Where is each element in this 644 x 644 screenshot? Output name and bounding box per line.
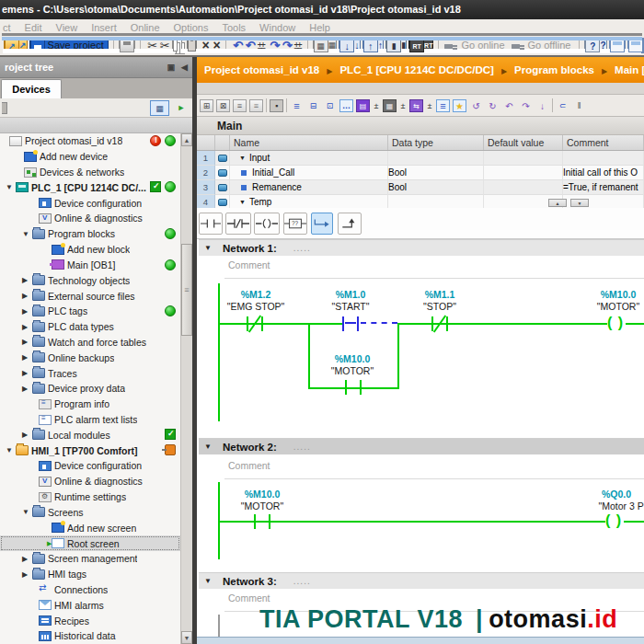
collapse-network-icon[interactable]: ▼ bbox=[204, 443, 223, 451]
collapse-networks-icon[interactable] bbox=[306, 99, 320, 112]
menu-item[interactable]: Window bbox=[259, 22, 295, 33]
row-name[interactable]: Input bbox=[249, 153, 270, 163]
column-comment[interactable]: Comment bbox=[563, 135, 644, 150]
block-calls-icon[interactable] bbox=[383, 99, 397, 112]
expander-icon[interactable]: ▶ bbox=[22, 276, 32, 284]
tree-item[interactable]: ▶ Online backups bbox=[0, 350, 180, 365]
tree-item[interactable]: ▼ PLC_1 [CPU 1214C DC/... bbox=[0, 179, 180, 195]
network-title-placeholder[interactable]: ..... bbox=[293, 442, 311, 452]
absolute-relative-icon[interactable] bbox=[409, 99, 423, 112]
editor-toolbar-icon[interactable] bbox=[286, 98, 287, 112]
collapse-network-icon[interactable]: ▼ bbox=[204, 244, 223, 252]
network-title-placeholder[interactable]: ..... bbox=[293, 243, 311, 253]
table-row[interactable]: 2 Initial_Call Bool Initial call of this… bbox=[197, 166, 644, 180]
network-2-header[interactable]: ▼ Network 2: ..... bbox=[199, 438, 644, 454]
row-name[interactable]: Initial_Call bbox=[252, 167, 294, 178]
expander-icon[interactable]: ▶ bbox=[22, 570, 32, 579]
insert-network-icon[interactable] bbox=[200, 99, 213, 112]
expander-icon[interactable]: ▶ bbox=[22, 292, 32, 300]
expand-networks-icon[interactable] bbox=[290, 99, 304, 112]
tree-item[interactable]: Runtime settings bbox=[0, 489, 180, 505]
menu-item[interactable]: Help bbox=[309, 22, 330, 33]
tree-item[interactable]: ▶ HMI tags bbox=[0, 567, 180, 582]
pin-panel-icon[interactable]: ▣ bbox=[167, 63, 176, 72]
tree-item[interactable]: Root screen bbox=[0, 535, 180, 551]
section-expander-icon[interactable]: ▼ bbox=[239, 155, 246, 161]
reset-start-values-icon[interactable] bbox=[270, 99, 283, 112]
editor-toolbar-icon[interactable] bbox=[552, 98, 553, 112]
section-expander-icon[interactable]: ▼ bbox=[239, 199, 246, 205]
operand-address[interactable]: %M1.2 bbox=[210, 289, 302, 300]
tree-item[interactable]: ▼ Program blocks bbox=[0, 226, 180, 242]
operand-name[interactable]: "MOTOR" bbox=[572, 301, 644, 312]
menu-item[interactable]: Insert bbox=[91, 22, 117, 33]
expander-icon[interactable]: ▶ bbox=[22, 385, 32, 393]
go-to-previous-icon[interactable] bbox=[469, 99, 483, 112]
expander-icon[interactable]: ▼ bbox=[6, 446, 16, 454]
go-to-next-icon[interactable] bbox=[486, 99, 500, 112]
tree-item[interactable]: ▼ HMI_1 [TP700 Comfort] bbox=[0, 443, 180, 458]
network-3-header[interactable]: ▼ Network 3: ..... bbox=[199, 572, 644, 589]
operand-name[interactable]: "START" bbox=[305, 301, 397, 312]
tree-item[interactable]: Add new screen bbox=[0, 520, 180, 535]
editor-toolbar-icon[interactable] bbox=[266, 98, 267, 112]
nc-contact-emg-stop[interactable] bbox=[247, 316, 263, 331]
breadcrumb-item[interactable]: Program blocks bbox=[494, 64, 594, 75]
status-overview-icon[interactable] bbox=[436, 99, 450, 112]
monitoring-icon[interactable] bbox=[556, 99, 569, 112]
expander-icon[interactable]: ▶ bbox=[22, 323, 32, 331]
no-contact-start[interactable] bbox=[342, 316, 359, 331]
operand-address[interactable]: %M10.0 bbox=[216, 489, 308, 500]
expander-icon[interactable]: ▶ bbox=[22, 431, 32, 439]
download-block-icon[interactable] bbox=[535, 99, 549, 112]
tree-item[interactable]: ▶ PLC tags bbox=[0, 304, 180, 319]
expander-icon[interactable]: ▶ bbox=[22, 307, 32, 316]
operand-address[interactable]: %M10.0 bbox=[306, 353, 398, 364]
operand-name[interactable]: "MOTOR" bbox=[306, 365, 398, 376]
empty-box-button[interactable]: ?? bbox=[283, 213, 307, 235]
menu-item[interactable]: Options bbox=[174, 22, 209, 33]
operand-address[interactable]: %M1.0 bbox=[305, 289, 397, 300]
tree-item[interactable]: ▶ PLC data types bbox=[0, 319, 180, 335]
details-view-icon[interactable] bbox=[150, 100, 169, 116]
operand-name[interactable]: "Motor 3 Ph bbox=[578, 500, 644, 512]
expander-icon[interactable]: ▶ bbox=[22, 353, 32, 362]
add-row-icon[interactable] bbox=[249, 99, 263, 112]
consistency-check-icon[interactable] bbox=[519, 99, 533, 112]
no-contact-button[interactable] bbox=[199, 213, 223, 235]
operand-address[interactable]: %M1.1 bbox=[394, 289, 486, 300]
tree-item[interactable]: ▶ Screen management bbox=[0, 551, 180, 567]
nc-contact-stop[interactable] bbox=[431, 316, 448, 331]
open-branch-button[interactable] bbox=[311, 213, 333, 235]
paste-icon[interactable] bbox=[187, 40, 197, 52]
operand-name[interactable]: "MOTOR" bbox=[216, 500, 308, 512]
insert-row-icon[interactable] bbox=[233, 99, 247, 112]
tree-item[interactable]: Device configuration bbox=[0, 195, 180, 211]
scrollbar-thumb[interactable] bbox=[181, 244, 192, 336]
operand-address[interactable]: %Q0.0 bbox=[570, 489, 644, 500]
tree-item[interactable]: ▶ External source files bbox=[0, 288, 180, 304]
tree-item[interactable]: Recipes bbox=[0, 613, 180, 628]
tree-item[interactable]: Historical data bbox=[0, 628, 180, 644]
tree-item[interactable]: ▶ Device proxy data bbox=[0, 381, 180, 397]
column-default-value[interactable]: Default value bbox=[484, 135, 563, 150]
tree-scrollbar[interactable]: ▲ ▼ bbox=[180, 133, 192, 644]
close-branch-button[interactable] bbox=[338, 213, 362, 235]
operand-name[interactable]: "STOP" bbox=[394, 301, 486, 312]
expander-icon[interactable]: ▶ bbox=[22, 555, 32, 563]
tree-item[interactable]: Main [OB1] bbox=[0, 258, 180, 273]
tab-devices[interactable]: Devices bbox=[1, 79, 62, 98]
row-name[interactable]: Temp bbox=[249, 197, 271, 207]
tree-item[interactable]: ▶ Technology objects bbox=[0, 272, 180, 288]
tree-item[interactable]: Add new device bbox=[0, 149, 180, 165]
table-scroll-down-icon[interactable]: ▼ bbox=[570, 199, 589, 207]
expand-tree-icon[interactable] bbox=[172, 100, 190, 116]
update-calls-icon[interactable] bbox=[502, 99, 516, 112]
table-row[interactable]: 1 ▼Input bbox=[197, 151, 644, 166]
table-row[interactable]: 3 Remanence Bool =True, if remanent bbox=[197, 180, 644, 195]
stop-simulation-icon[interactable] bbox=[627, 38, 644, 53]
tree-item[interactable]: Online & diagnostics bbox=[0, 474, 180, 489]
modify-icon[interactable] bbox=[572, 99, 586, 112]
tree-item[interactable]: ▶ Traces bbox=[0, 365, 180, 381]
row-name[interactable]: Remanence bbox=[252, 182, 302, 192]
